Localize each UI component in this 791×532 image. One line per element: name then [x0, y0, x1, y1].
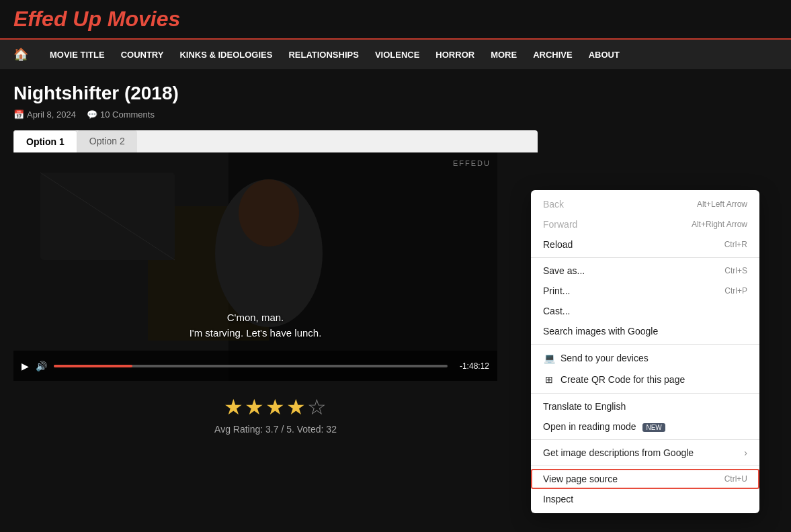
nav-violence[interactable]: VIOLENCE [367, 44, 427, 65]
ctx-divider-5 [531, 466, 759, 466]
post-date: 📅 April 8, 2024 [13, 109, 76, 120]
ctx-divider-4 [531, 439, 759, 440]
main-nav: 🏠 MOVIE TITLE COUNTRY KINKS & IDEOLOGIES… [0, 40, 791, 69]
video-frame [13, 152, 497, 381]
ctx-forward: Forward Alt+Right Arrow [531, 214, 759, 234]
nav-relationships[interactable]: RELATIONSHIPS [280, 44, 367, 65]
rating-text: Avg Rating: 3.7 / 5. Voted: 32 [27, 424, 524, 435]
article-title: Nightshifter (2018) [13, 83, 538, 104]
tab-option1[interactable]: Option 1 [13, 130, 77, 152]
context-menu: Back Alt+Left Arrow Forward Alt+Right Ar… [531, 190, 759, 513]
new-badge: NEW [642, 423, 665, 432]
nav-archive[interactable]: ARCHIVE [525, 44, 581, 65]
ctx-save-as[interactable]: Save as... Ctrl+S [531, 261, 759, 281]
comment-icon: 💬 [87, 109, 97, 120]
stars-filled[interactable]: ★★★★ [224, 395, 307, 419]
nav-horror[interactable]: HORROR [427, 44, 483, 65]
ctx-print[interactable]: Print... Ctrl+P [531, 281, 759, 301]
video-subtitle: C'mon, man. I'm starving. Let's have lun… [190, 310, 322, 341]
laptop-icon: 💻 [543, 352, 555, 364]
site-header: Effed Up Movies [0, 0, 791, 40]
nav-kinks[interactable]: KINKS & IDEOLOGIES [171, 44, 280, 65]
main-content: Nightshifter (2018) 📅 April 8, 2024 💬 10… [0, 69, 791, 461]
ctx-cast[interactable]: Cast... [531, 301, 759, 321]
star-empty[interactable]: ☆ [307, 395, 328, 419]
chevron-right-icon: › [744, 447, 747, 458]
ctx-divider-2 [531, 344, 759, 345]
calendar-icon: 📅 [13, 109, 24, 120]
ctx-divider-1 [531, 257, 759, 258]
star-rating: ★★★★☆ [27, 394, 524, 420]
rating-section: ★★★★☆ Avg Rating: 3.7 / 5. Voted: 32 [13, 381, 538, 448]
home-nav-button[interactable]: 🏠 [7, 42, 35, 67]
time-display: -1:48:12 [460, 361, 489, 371]
ctx-divider-3 [531, 393, 759, 394]
video-player: EFFEDU C'mon, man. I'm starving. Let's h… [13, 152, 497, 381]
site-title[interactable]: Effed Up Movies [13, 7, 180, 31]
video-scene: EFFEDU C'mon, man. I'm starving. Let's h… [13, 152, 497, 381]
qr-icon: ⊞ [543, 373, 555, 386]
ctx-inspect[interactable]: Inspect [531, 489, 759, 509]
nav-more[interactable]: MORE [483, 44, 525, 65]
nav-movie-title[interactable]: MOVIE TITLE [42, 44, 113, 65]
nav-about[interactable]: ABOUT [581, 44, 628, 65]
ctx-reading-mode[interactable]: Open in reading mode NEW [531, 416, 759, 437]
nav-country[interactable]: COUNTRY [113, 44, 172, 65]
svg-point-4 [239, 179, 299, 247]
left-content: Nightshifter (2018) 📅 April 8, 2024 💬 10… [13, 83, 538, 448]
ctx-search-images[interactable]: Search images with Google [531, 321, 759, 341]
video-controls: ▶ 🔊 -1:48:12 [13, 351, 497, 381]
video-tabs: Option 1 Option 2 [13, 130, 538, 152]
ctx-send-devices[interactable]: 💻 Send to your devices [531, 347, 759, 369]
post-comments[interactable]: 💬 10 Comments [87, 109, 155, 120]
tab-option2[interactable]: Option 2 [77, 130, 137, 152]
ctx-back: Back Alt+Left Arrow [531, 194, 759, 214]
ctx-reload[interactable]: Reload Ctrl+R [531, 234, 759, 255]
ctx-translate[interactable]: Translate to English [531, 396, 759, 416]
ctx-qr-code[interactable]: ⊞ Create QR Code for this page [531, 369, 759, 390]
video-watermark: EFFEDU [453, 159, 491, 167]
progress-fill [54, 365, 132, 367]
ctx-view-source[interactable]: View page source Ctrl+U [531, 469, 759, 489]
post-meta: 📅 April 8, 2024 💬 10 Comments [13, 109, 538, 120]
ctx-image-desc[interactable]: Get image descriptions from Google › [531, 443, 759, 463]
volume-button[interactable]: 🔊 [36, 361, 47, 371]
progress-bar[interactable] [54, 365, 448, 367]
play-button[interactable]: ▶ [22, 361, 29, 371]
